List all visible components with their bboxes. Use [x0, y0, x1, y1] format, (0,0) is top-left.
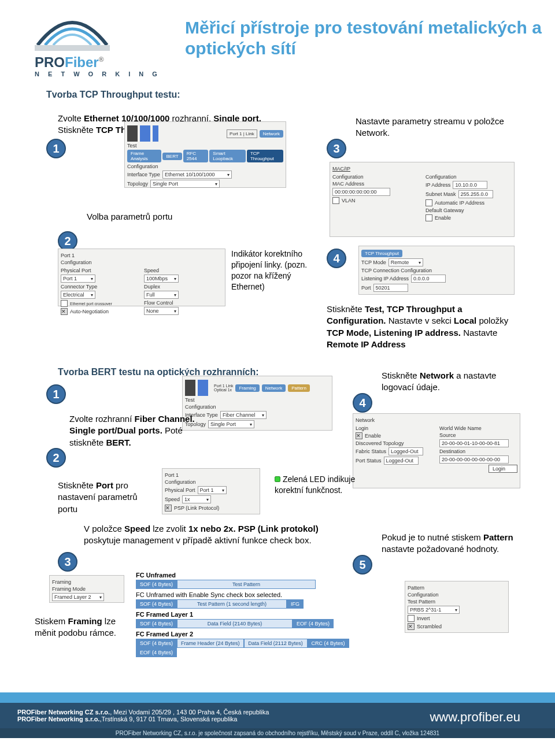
network-button[interactable]: Network [260, 130, 283, 138]
field-wwn-src[interactable]: 20-00-00-01-10-00-00-81 [439, 439, 509, 447]
label-vlan: VLAN [342, 198, 356, 203]
dropdown-topology-bert[interactable]: Single Port [208, 420, 254, 428]
label-port: Port [361, 285, 371, 291]
shot-port-params: Port 1 Configuration Physical Port Port … [58, 249, 225, 306]
led-note: Zelená LED indikuje korektní funkčnost. [275, 474, 367, 496]
check-crossover[interactable] [61, 300, 68, 307]
shot-bert-interface: Port 1 LinkOptical 1x Framing Network Pa… [182, 376, 332, 431]
dropdown-speed[interactable]: 100Mbps [144, 275, 179, 283]
label-config-right: Configuration [426, 174, 457, 180]
footer-bar [0, 692, 555, 703]
check-autoip[interactable] [426, 199, 432, 206]
label-flowctl: Flow Control [144, 300, 173, 306]
page-title: Měřicí přístroje pro testování metalický… [185, 17, 555, 59]
tab-bert[interactable]: BERT [162, 153, 182, 160]
dropdown-connector[interactable]: Electrical [61, 291, 95, 299]
page: PROFiber® N E T W O R K I N G Měřicí pří… [0, 0, 555, 756]
bert-4-text: Stiskněte Network a nastavte logovací úd… [382, 370, 520, 394]
dropdown-flowctl[interactable]: None [144, 307, 179, 315]
tab-tcp-throughput-small[interactable]: TCP Throughput [361, 250, 402, 257]
label-network: Network [356, 417, 375, 423]
field-mac[interactable]: 00:00:00:00:00:00 [332, 188, 390, 196]
shot-network-login: Network Login ✕Enable Discovered Topolog… [353, 413, 520, 488]
label-defgw: Default Gateway [426, 207, 464, 213]
bert-2-text: Stiskněte Port pro nastavení parametrů p… [58, 480, 150, 515]
cell-sof-3: SOF (4 Bytes) [136, 619, 177, 628]
label-config-left: Configuration [332, 174, 364, 180]
bert-2-badge: 2 [46, 448, 66, 468]
section-title-tcp: Tvorba TCP Throughput testu: [46, 90, 180, 100]
label-mac: MAC Address [332, 181, 364, 187]
tab-frame-analysis[interactable]: Frame Analysis [127, 150, 161, 162]
check-invert[interactable] [408, 615, 415, 622]
dropdown-test-pattern[interactable]: PRBS 2^31-1 [408, 606, 460, 614]
label-psp: PSP (Link Protocol) [174, 505, 219, 511]
label-fc-unframed: FC Unframed [136, 572, 367, 579]
cell-datafield2: Data Field (2112 Bytes) [244, 639, 308, 648]
svg-rect-0 [35, 45, 110, 51]
dropdown-interface-type[interactable]: Ethernet 10/100/1000 [162, 171, 232, 179]
tab-framing[interactable]: Framing [235, 384, 259, 392]
label-test-pattern: Test Pattern [408, 599, 435, 605]
tab-rfc[interactable]: RFC 2544 [183, 150, 209, 162]
bert-3-badge: 3 [58, 552, 77, 572]
cell-tp1sec: Test Pattern (1 second length) [177, 599, 287, 609]
tab-network-bert[interactable]: Network [262, 384, 286, 392]
label-tcpmode: TCP Mode [361, 260, 386, 265]
cell-eof-2: EOF (4 Bytes) [136, 648, 177, 657]
arc-icon [35, 12, 110, 52]
label-macip: MAC/IP [332, 166, 350, 172]
tab-pattern[interactable]: Pattern [288, 384, 310, 392]
field-ip[interactable]: 10.10.0.0 [453, 181, 487, 189]
dropdown-iftype-bert[interactable]: Fiber Channel [220, 411, 267, 419]
cell-frameheader: Frame Header (24 Bytes) [177, 639, 244, 648]
label-conntype: Connector Type [61, 284, 97, 290]
field-submask[interactable]: 255.255.0.0 [458, 190, 493, 198]
dropdown-tcpmode[interactable]: Remote [388, 258, 423, 266]
label-crossover: Ethernet port crossover [70, 302, 112, 306]
label-config-port-b: Configuration [165, 479, 196, 485]
check-scrambled[interactable]: ✕ [408, 623, 415, 630]
shot-framing: Framing Framing Mode Framed Layer 2 [49, 575, 124, 603]
label-topology: Topology [127, 181, 148, 187]
label-ip: IP Address [426, 182, 450, 188]
cell-testpattern-1: Test Pattern [177, 580, 316, 589]
dropdown-physport[interactable]: Port 1 [61, 275, 95, 283]
tab-smart-loopback[interactable]: Smart Loopback [209, 150, 246, 162]
footer-legal: PROFiber Networking CZ, s.r.o. je společ… [0, 728, 555, 738]
cell-datafield: Data Field (2140 Bytes) [177, 619, 293, 628]
bert-4-badge: 4 [353, 393, 372, 413]
step-4-indicator-text: Indikátor korektního připojení linky. (p… [231, 249, 324, 292]
login-button[interactable]: Login [489, 465, 517, 473]
check-enable-gw[interactable] [426, 214, 432, 221]
check-vlan[interactable] [332, 197, 339, 204]
label-config-pattern: Configuration [408, 592, 439, 598]
shot-interface-config: Port 1 | Link Network Test Frame Analysi… [124, 121, 286, 188]
label-fabric: Fabric Status [356, 449, 386, 454]
dropdown-framing-mode[interactable]: Framed Layer 2 [52, 593, 104, 601]
field-wwn-dst[interactable]: 20-00-00-00-00-00-00-00 [439, 455, 509, 464]
bert-5-text: Pokud je to nutné stiskem Pattern nastav… [382, 532, 526, 555]
label-login: Login [356, 425, 368, 431]
logo: PROFiber® N E T W O R K I N G [35, 12, 162, 77]
check-enable-login[interactable]: ✕ [356, 432, 362, 439]
footer-url[interactable]: www.profiber.eu [430, 710, 520, 725]
label-duplex: Duplex [144, 284, 160, 290]
label-wwn: World Wide Name [439, 425, 482, 431]
field-listenip[interactable]: 0.0.0.0 [411, 275, 446, 283]
dropdown-topology[interactable]: Single Port [150, 180, 220, 188]
dropdown-speed-b[interactable]: 1x [182, 495, 211, 503]
check-autoneg[interactable]: ✕ [61, 308, 68, 315]
field-port[interactable]: 50201 [373, 284, 408, 292]
step-3-text: Nastavte parametry streamu v položce Net… [356, 116, 506, 139]
dropdown-duplex[interactable]: Full [144, 291, 179, 299]
label-source: Source [439, 432, 456, 438]
field-pstatus: Logged-Out [384, 457, 419, 465]
field-fabric: Logged-Out [388, 447, 423, 455]
label-speed: Speed [144, 268, 159, 273]
check-psp[interactable]: ✕ [165, 505, 172, 512]
dropdown-physport-b[interactable]: Port 1 [198, 486, 227, 494]
tab-tcp-throughput[interactable]: TCP Throughput [247, 150, 283, 162]
label-interface-type: Interface Type [127, 172, 160, 177]
cell-sof-1: SOF (4 Bytes) [136, 580, 177, 589]
